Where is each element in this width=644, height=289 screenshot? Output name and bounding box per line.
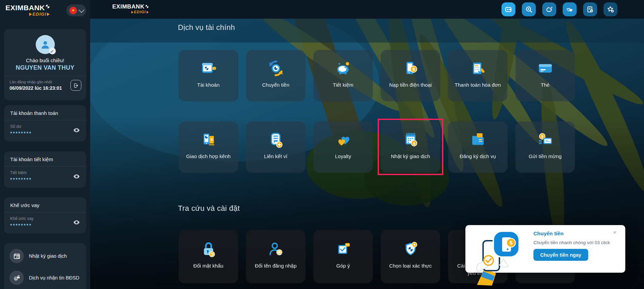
tile-cards[interactable]: Thẻ [515,50,575,101]
last-login-value: 06/09/2022 lúc 16:23:01 [10,85,62,91]
settings-section-heading: Tra cứu và cài đặt [178,204,240,213]
tile-label: Đăng ký dịch vụ [456,153,499,160]
tile-label: Đổi mật khẩu [190,262,227,269]
tile-feedback[interactable]: Góp ý [313,230,373,283]
topbar-quick-actions [501,2,617,16]
tile-accounts[interactable]: Tài khoản [179,50,238,101]
feedback-icon [334,240,352,258]
tile-label: Liên kết ví [261,153,291,160]
savings-shortcut-button[interactable] [542,2,556,16]
toggle-savings-visibility[interactable] [73,173,80,180]
gift-money-icon: $ [536,131,555,149]
loyalty-hearts-icon [566,5,574,13]
lookup-icon [525,5,533,13]
transaction-lookup-button[interactable] [522,2,536,16]
sidebar-item-balance-notification[interactable]: $ Dịch vụ nhận tin BĐSD [4,267,86,289]
calendar-clock-icon [13,253,20,260]
tile-auth-type[interactable]: Chọn loại xác thực [381,230,440,283]
last-login-label: Lần đăng nhập gần nhất [10,80,62,84]
tile-phone-topup[interactable]: $ Nạp tiền điện thoại [381,50,440,101]
svg-text:$: $ [412,67,415,72]
tile-wallet-link[interactable]: Liên kết ví [246,121,306,173]
edit-avatar-icon[interactable] [49,48,56,54]
logo-arrow-icon [147,11,149,14]
balance-value-masked: ******** [10,131,32,136]
logout-icon [73,83,79,88]
savings-account-card: Tài khoản tiết kiệm Tiết kiệm ******** [4,151,86,188]
user-icon [40,39,51,50]
svg-text:$: $ [541,134,544,139]
loyalty-shortcut-button[interactable] [563,2,577,16]
wallet-icon [199,59,218,78]
language-selector[interactable]: ★ [66,4,86,16]
tile-label: Đổi tên đăng nhập [251,262,300,269]
loyalty-hearts-icon [334,131,352,149]
tile-label: Thanh toán hóa đơn [451,81,505,88]
tile-label: Góp ý [333,262,353,269]
sidebar: EXIMBANK EDIGI ★ Chào buổi chiều! NGUYEN… [0,0,90,289]
tile-gift-money[interactable]: $ Gửi tiền mừng [515,121,575,173]
piggy-bank-icon [545,5,553,13]
loan-card: Khế ước vay Khế ước vay ******** [4,197,86,234]
card-title: Khế ước vay [4,197,86,212]
logout-button[interactable] [70,80,81,91]
sidebar-item-transaction-journal[interactable]: Nhật ký giao dịch [4,245,86,267]
tile-change-username[interactable]: Đổi tên đăng nhập [246,230,306,283]
tile-service-register[interactable]: Đăng ký dịch vụ [448,121,508,173]
brand-text: EXIMBANK [112,3,145,10]
brand-sub-text: EDIGI [33,12,46,16]
chevron-down-icon [79,7,84,13]
eximbank-logo: EXIMBANK EDIGI [5,4,50,16]
toggle-loan-visibility[interactable] [73,219,80,226]
star-add-icon [607,5,614,13]
sidebar-item-label: Nhật ký giao dịch [29,253,67,259]
logo-arrow-icon [131,11,133,14]
transfer-now-button[interactable]: Chuyển tiền ngay [533,249,588,261]
tile-omni-transaction[interactable]: $ Giao dịch hợp kênh [179,121,238,173]
tile-label: Nhật ký giao dịch [387,153,433,160]
wallet-icon [505,5,512,13]
tile-label: Gửi tiền mừng [525,153,565,160]
topbar: EXIMBANK EDIGI [90,0,644,19]
tile-label: Tiết kiệm [329,81,357,88]
shield-gear-icon [401,240,420,258]
tile-transfer[interactable]: Chuyển tiền [246,50,306,101]
tile-label: Chuyển tiền [259,81,293,88]
favorites-shortcut-button[interactable] [604,2,617,16]
bill-shortcut-button[interactable] [583,2,597,16]
bill-check-icon [586,5,594,13]
logo-arrow-icon [47,13,50,16]
brand-sub-text: EDIGI [134,10,146,14]
finance-section-heading: Dịch vụ tài chính [178,23,235,32]
greeting-text: Chào buổi chiều! [4,57,86,63]
balance-label: Số dư [10,124,32,129]
user-name: NGUYEN VAN THUY [4,64,86,71]
loan-label: Khế ước vay [10,216,34,221]
tile-label: Chọn loại xác thực [386,262,435,269]
toggle-balance-visibility[interactable] [73,127,80,134]
finance-tiles-row-2: $ Giao dịch hợp kênh Liên kết ví Loyalty… [179,121,575,173]
tile-label: Giao dịch hợp kênh [183,153,234,160]
accounts-shortcut-button[interactable] [501,2,515,16]
svg-text:$: $ [210,137,213,142]
tile-savings[interactable]: Tiết kiệm [313,50,373,101]
tile-label: Thẻ [538,81,553,88]
eximbank-mark-icon [145,4,149,9]
close-icon[interactable]: × [611,229,618,236]
eximbank-mark-icon [46,4,50,10]
hand-phone-money-illustration: $ [471,228,525,286]
tile-loyalty[interactable]: Loyalty [313,121,373,173]
eye-icon [73,127,80,134]
tile-change-password[interactable]: Đổi mật khẩu [179,230,238,283]
transfer-icon [267,59,285,78]
tile-label: Nạp tiền điện thoại [386,81,435,88]
avatar[interactable] [36,35,55,54]
tile-transaction-journal[interactable]: $ Nhật ký giao dịch [381,121,440,173]
logo-arrow-icon [29,13,32,16]
savings-value-masked: ******** [10,177,32,182]
omni-transaction-icon: $ [199,131,218,149]
tile-bill-payment[interactable]: Thanh toán hóa đơn [448,50,508,101]
savings-label: Tiết kiệm [10,170,32,175]
brand-text: EXIMBANK [5,4,45,12]
transfer-toast: $ Chuyển tiền Chuyển tiền nhanh chóng vớ… [465,225,625,273]
